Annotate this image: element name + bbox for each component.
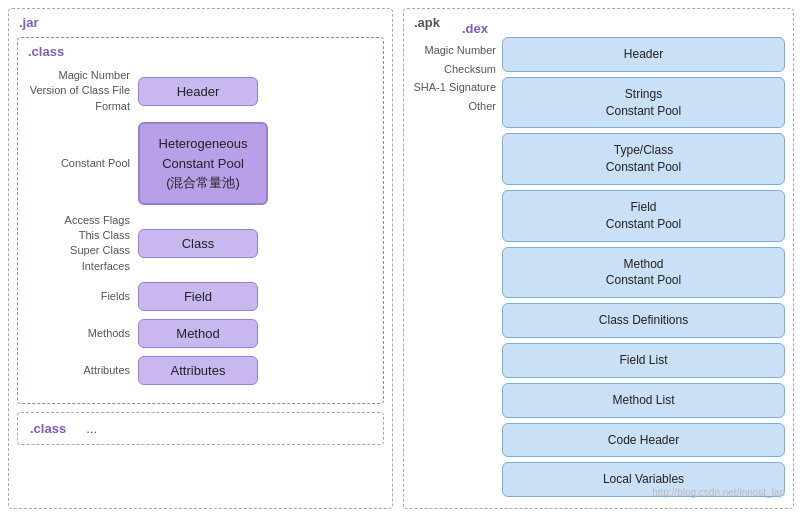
dex-blocks: Header StringsConstant Pool Type/ClassCo… [502, 37, 785, 497]
class-box-label: .class [28, 44, 64, 59]
meta-lines: Magic Number Checksum SHA-1 Signature Ot… [413, 41, 496, 116]
field-block: Field [138, 282, 258, 311]
dex-container: .dex Magic Number Checksum SHA-1 Signatu… [412, 37, 785, 497]
jar-label: .jar [19, 15, 39, 30]
watermark: http://blog.csdn.net/innost_lap [652, 487, 785, 498]
constant-pool-block: HeterogeneousConstant Pool(混合常量池) [138, 122, 268, 205]
bottom-class-label: .class [30, 421, 66, 436]
header-label: Magic Number Version of Class File Forma… [28, 68, 138, 114]
bottom-dots: ... [86, 421, 97, 436]
attributes-block: Attributes [138, 356, 258, 385]
dex-method-const-block: MethodConstant Pool [502, 247, 785, 299]
attributes-row: Attributes Attributes [28, 356, 373, 385]
dex-strings-block: StringsConstant Pool [502, 77, 785, 129]
class-row-label: Access Flags This Class Super Class Inte… [28, 213, 138, 275]
dex-field-list-block: Field List [502, 343, 785, 378]
header-block: Header [138, 77, 258, 106]
dex-class-def-block: Class Definitions [502, 303, 785, 338]
constant-pool-row: Constant Pool HeterogeneousConstant Pool… [28, 122, 373, 205]
dex-header-block: Header [502, 37, 785, 72]
fields-label: Fields [28, 289, 138, 304]
dex-label: .dex [462, 21, 488, 36]
meta-line-2: Checksum [413, 60, 496, 79]
dex-meta: Magic Number Checksum SHA-1 Signature Ot… [412, 37, 502, 497]
fields-row: Fields Field [28, 282, 373, 311]
dex-code-header-block: Code Header [502, 423, 785, 458]
methods-row: Methods Method [28, 319, 373, 348]
class-row: Access Flags This Class Super Class Inte… [28, 213, 373, 275]
header-row: Magic Number Version of Class File Forma… [28, 68, 373, 114]
apk-label: .apk [414, 15, 440, 30]
class-block: Class [138, 229, 258, 258]
meta-line-3: SHA-1 Signature [413, 78, 496, 97]
apk-panel: .apk .dex Magic Number Checksum SHA-1 Si… [403, 8, 794, 509]
method-block: Method [138, 319, 258, 348]
bottom-bar: .class ... [17, 412, 384, 445]
methods-label: Methods [28, 326, 138, 341]
constant-pool-label: Constant Pool [28, 156, 138, 171]
jar-panel: .jar .class Magic Number Version of Clas… [8, 8, 393, 509]
dex-field-const-block: FieldConstant Pool [502, 190, 785, 242]
dex-typeclass-block: Type/ClassConstant Pool [502, 133, 785, 185]
class-box: .class Magic Number Version of Class Fil… [17, 37, 384, 404]
meta-line-4: Other [413, 97, 496, 116]
attributes-label: Attributes [28, 363, 138, 378]
meta-line-1: Magic Number [413, 41, 496, 60]
dex-method-list-block: Method List [502, 383, 785, 418]
